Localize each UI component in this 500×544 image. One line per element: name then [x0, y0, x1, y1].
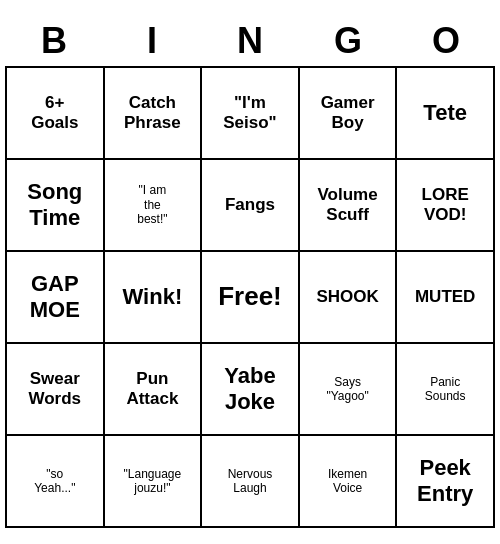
- bingo-letter: B: [5, 16, 103, 66]
- bingo-letter: N: [201, 16, 299, 66]
- bingo-row: Swear WordsPun AttackYabe JokeSays "Yago…: [7, 344, 495, 436]
- bingo-letter: O: [397, 16, 495, 66]
- bingo-letter: G: [299, 16, 397, 66]
- bingo-cell: Fangs: [202, 160, 300, 252]
- bingo-cell: Says "Yagoo": [300, 344, 398, 436]
- bingo-row: GAP MOEWink!Free!SHOOKMUTED: [7, 252, 495, 344]
- bingo-cell: LORE VOD!: [397, 160, 495, 252]
- bingo-cell: Yabe Joke: [202, 344, 300, 436]
- bingo-cell: Tete: [397, 68, 495, 160]
- bingo-card: BINGO 6+ GoalsCatch Phrase"I'm Seiso"Gam…: [5, 16, 495, 528]
- bingo-grid: 6+ GoalsCatch Phrase"I'm Seiso"Gamer Boy…: [5, 66, 495, 528]
- bingo-cell: Song Time: [7, 160, 105, 252]
- bingo-cell: SHOOK: [300, 252, 398, 344]
- bingo-cell: Gamer Boy: [300, 68, 398, 160]
- bingo-row: 6+ GoalsCatch Phrase"I'm Seiso"Gamer Boy…: [7, 68, 495, 160]
- bingo-header: BINGO: [5, 16, 495, 66]
- bingo-cell: Nervous Laugh: [202, 436, 300, 528]
- bingo-cell: Volume Scuff: [300, 160, 398, 252]
- bingo-cell: Wink!: [105, 252, 203, 344]
- bingo-cell: "Language jouzu!": [105, 436, 203, 528]
- bingo-cell: Catch Phrase: [105, 68, 203, 160]
- bingo-cell: GAP MOE: [7, 252, 105, 344]
- bingo-cell: Pun Attack: [105, 344, 203, 436]
- bingo-cell: "I'm Seiso": [202, 68, 300, 160]
- bingo-cell: Ikemen Voice: [300, 436, 398, 528]
- bingo-cell: Panic Sounds: [397, 344, 495, 436]
- bingo-cell: "so Yeah...": [7, 436, 105, 528]
- bingo-cell: MUTED: [397, 252, 495, 344]
- bingo-cell: Free!: [202, 252, 300, 344]
- bingo-cell: "I am the best!": [105, 160, 203, 252]
- bingo-cell: Peek Entry: [397, 436, 495, 528]
- bingo-cell: 6+ Goals: [7, 68, 105, 160]
- bingo-row: "so Yeah...""Language jouzu!"Nervous Lau…: [7, 436, 495, 528]
- bingo-letter: I: [103, 16, 201, 66]
- bingo-row: Song Time"I am the best!"FangsVolume Scu…: [7, 160, 495, 252]
- bingo-cell: Swear Words: [7, 344, 105, 436]
